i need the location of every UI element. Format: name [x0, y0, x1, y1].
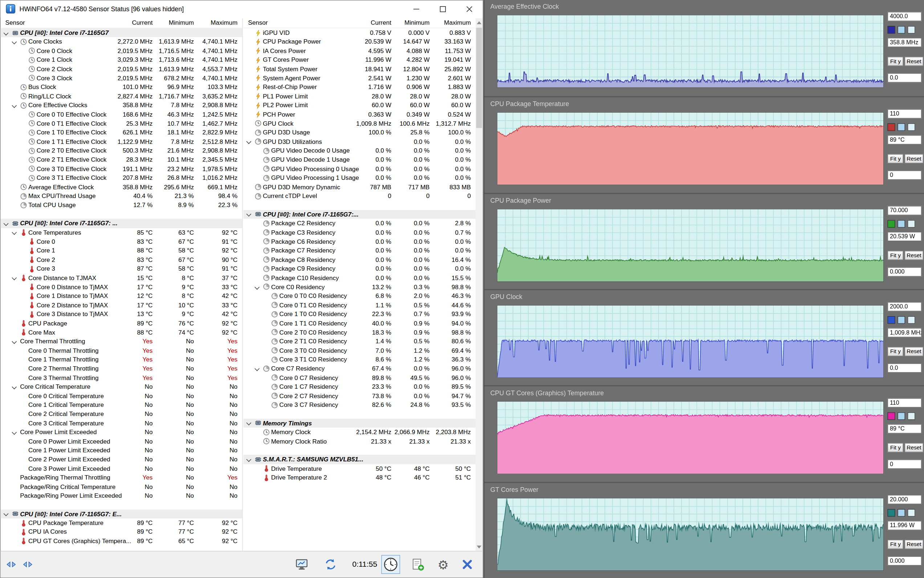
- title-bar[interactable]: HWiNFO64 v7.12-4580 Sensor Status [96 va…: [1, 1, 483, 18]
- fit-y-button[interactable]: Fit y: [887, 251, 903, 260]
- sensor-row[interactable]: GPU Video Processing 0 Usage0.0 %0.0 %0.…: [243, 165, 477, 174]
- sensor-group-row[interactable]: CPU [#0]: Intel Core i7-1165G7: ...: [1, 219, 242, 228]
- expand-chevron-icon[interactable]: [11, 103, 17, 108]
- sensor-row[interactable]: Core 3 Critical TemperatureNoNoNo: [1, 419, 242, 428]
- sensor-row[interactable]: Core 2 Thermal ThrottlingYesNoYes: [1, 364, 242, 373]
- expand-chevron-icon[interactable]: [11, 39, 17, 45]
- page-arrows-left-right-button-1[interactable]: [4, 557, 19, 572]
- series-color-swatch[interactable]: [887, 26, 895, 33]
- sensor-row[interactable]: GPU Clock1,009.8 MHz100.6 MHz1,312.7 MHz: [243, 119, 477, 128]
- series-color-swatch[interactable]: [887, 509, 895, 516]
- scrollbar-up-arrow-icon[interactable]: [477, 21, 481, 24]
- sensor-row[interactable]: GPU Video Processing 1 Usage0.0 %0.0 %0.…: [243, 174, 477, 183]
- graph-current-value-input[interactable]: 20.539 W: [887, 232, 921, 241]
- graph-scale-max-input[interactable]: 110: [887, 398, 921, 408]
- sensor-row[interactable]: Core 3 T0 Effective Clock191.1 MHz23.2 M…: [1, 165, 242, 174]
- sensor-group-row[interactable]: CPU [#0]: Intel Core i7-1165G7:...: [243, 210, 477, 219]
- sensor-row[interactable]: Package C3 Residency0.0 %0.0 %0.7 %: [243, 228, 477, 237]
- graph-current-value-input[interactable]: 1,009.8 MHz: [887, 328, 921, 338]
- background-color-swatch[interactable]: [898, 123, 905, 131]
- graph-scale-min-input[interactable]: 0.0: [887, 73, 921, 83]
- sensor-row[interactable]: Core 3 Thermal ThrottlingYesNoYes: [1, 373, 242, 382]
- sensor-row[interactable]: GT Cores Power11.996 W4.282 W19.041 W: [243, 55, 477, 65]
- graph-scale-min-input[interactable]: 0.000: [887, 267, 921, 276]
- close-button[interactable]: [456, 1, 482, 18]
- sensor-row[interactable]: Package/Ring Critical TemperatureNoNoNo: [1, 482, 242, 491]
- reset-button[interactable]: Reset: [905, 443, 923, 452]
- sensor-row[interactable]: Core 0 T0 Effective Clock168.6 MHz46.3 M…: [1, 110, 242, 119]
- scrollbar-thumb[interactable]: [476, 28, 482, 128]
- graph-current-value-input[interactable]: 89 °C: [887, 135, 921, 144]
- sensor-group-row[interactable]: Memory Timings: [243, 419, 477, 428]
- sensor-row[interactable]: CPU Package89 °C76 °C92 °C: [1, 319, 242, 328]
- expand-chevron-icon[interactable]: [246, 421, 252, 426]
- series-color-swatch[interactable]: [887, 220, 895, 228]
- sensor-row[interactable]: GPU Video Decode 0 Usage0.0 %0.0 %0.0 %: [243, 146, 477, 156]
- expand-chevron-icon[interactable]: [11, 339, 17, 344]
- sensor-row[interactable]: Core C0 Residency13.2 %0.3 %98.8 %: [243, 283, 477, 292]
- report-add-button[interactable]: [408, 555, 427, 574]
- sensor-row[interactable]: Core 3 Power Limit ExceededNoNoNo: [1, 464, 242, 473]
- fit-y-button[interactable]: Fit y: [887, 540, 903, 549]
- sensor-row[interactable]: Core 0 Clock2,019.5 MHz1,716.5 MHz4,740.…: [1, 47, 242, 55]
- sensor-row[interactable]: GPU Video Decode 1 Usage0.0 %0.0 %0.0 %: [243, 156, 477, 165]
- sensor-row[interactable]: Rest-of-Chip Power1.716 W0.906 W1.883 W: [243, 83, 477, 92]
- fit-y-button[interactable]: Fit y: [887, 154, 903, 164]
- grid-color-swatch[interactable]: [908, 316, 915, 324]
- sensor-row[interactable]: Core 387 °C58 °C91 °C: [1, 265, 242, 274]
- sensor-row[interactable]: Core Distance to TJMAX15 °C8 °C37 °C: [1, 274, 242, 283]
- sensor-row[interactable]: System Agent Power2.541 W1.230 W2.601 W: [243, 74, 477, 83]
- sensor-row[interactable]: Core 3 C7 Residency82.6 %24.8 %93.5 %: [243, 400, 477, 409]
- sensor-row[interactable]: Core 0 Distance to TjMAX17 °C9 °C33 °C: [1, 283, 242, 292]
- grid-color-swatch[interactable]: [908, 509, 915, 516]
- sensor-group-row[interactable]: CPU [#0]: Intel Core i7-1165G7: [1, 28, 242, 37]
- sensor-row[interactable]: Core 0 T0 C0 Residency6.8 %2.0 %46.3 %: [243, 292, 477, 301]
- reset-button[interactable]: Reset: [905, 57, 923, 66]
- sensor-row[interactable]: Drive Temperature 248 °C46 °C51 °C: [243, 473, 477, 482]
- sensor-row[interactable]: Core Effective Clocks358.8 MHz7.8 MHz2,9…: [1, 101, 242, 110]
- background-color-swatch[interactable]: [898, 509, 905, 516]
- expand-chevron-icon[interactable]: [254, 284, 260, 290]
- sensor-row[interactable]: iGPU VID0.758 V0.000 V0.883 V: [243, 28, 477, 37]
- sensor-row[interactable]: Core 1 Critical TemperatureNoNoNo: [1, 400, 242, 409]
- background-color-swatch[interactable]: [898, 26, 905, 33]
- sensor-row[interactable]: Core 2 Clock2,019.5 MHz1,613.9 MHz4,553.…: [1, 65, 242, 74]
- sensor-row[interactable]: Drive Temperature50 °C48 °C50 °C: [243, 464, 477, 473]
- sensor-row[interactable]: Core 2 T0 Effective Clock500.3 MHz21.6 M…: [1, 146, 242, 156]
- sensor-row[interactable]: Core 188 °C58 °C92 °C: [1, 246, 242, 255]
- page-arrows-left-right-button-2[interactable]: [20, 557, 35, 572]
- sensor-row[interactable]: Core Thermal ThrottlingYesNoYes: [1, 337, 242, 346]
- graph-scale-max-input[interactable]: 110: [887, 109, 921, 119]
- sensor-row[interactable]: Core 3 T0 C0 Residency7.0 %1.2 %69.4 %: [243, 346, 477, 355]
- sensor-row[interactable]: Package C2 Residency0.0 %0.0 %2.8 %: [243, 219, 477, 228]
- vertical-scrollbar[interactable]: [476, 18, 482, 552]
- series-color-swatch[interactable]: [887, 123, 895, 131]
- reset-button[interactable]: Reset: [905, 251, 923, 260]
- expand-chevron-icon[interactable]: [246, 457, 252, 463]
- sensor-row[interactable]: Core Power Limit ExceededNoNoNo: [1, 428, 242, 437]
- sensor-row[interactable]: Bus Clock101.0 MHz96.9 MHz103.3 MHz: [1, 83, 242, 92]
- graph-scale-max-input[interactable]: 70.000: [887, 206, 921, 216]
- sensor-row[interactable]: Memory Clock Ratio21.33 x21.33 x21.33 x: [243, 437, 477, 446]
- sensor-row[interactable]: CPU Package Power20.539 W14.647 W33.163 …: [243, 37, 477, 47]
- sensor-row[interactable]: Package C8 Residency0.0 %0.0 %16.4 %: [243, 255, 477, 265]
- expand-chevron-icon[interactable]: [11, 275, 17, 281]
- sensor-row[interactable]: Core 3 Clock2,019.5 MHz678.2 MHz4,740.1 …: [1, 74, 242, 83]
- fit-y-button[interactable]: Fit y: [887, 57, 903, 66]
- graph-scale-max-input[interactable]: 2000.0: [887, 302, 921, 311]
- sensor-row[interactable]: Package C10 Residency0.0 %0.0 %15.5 %: [243, 274, 477, 283]
- series-color-swatch[interactable]: [887, 412, 895, 420]
- sensor-row[interactable]: PCH Power0.363 W0.349 W0.524 W: [243, 110, 477, 119]
- sensor-row[interactable]: Core 0 C7 Residency89.8 %49.5 %96.0 %: [243, 373, 477, 382]
- expand-chevron-icon[interactable]: [3, 30, 9, 36]
- fit-y-button[interactable]: Fit y: [887, 443, 903, 452]
- sensor-row[interactable]: Core 1 Distance to TjMAX12 °C8 °C42 °C: [1, 292, 242, 301]
- graph-scale-min-input[interactable]: 0.0: [887, 363, 921, 373]
- sensor-row[interactable]: Package/Ring Power Limit ExceededNoNoNo: [1, 491, 242, 500]
- sensor-row[interactable]: PL1 Power Limit28.0 W28.0 W28.0 W: [243, 92, 477, 101]
- grid-color-swatch[interactable]: [908, 26, 915, 33]
- graph-scale-max-input[interactable]: 4000.0: [887, 11, 921, 21]
- scrollbar-down-arrow-icon[interactable]: [477, 546, 481, 549]
- expand-chevron-icon[interactable]: [246, 212, 252, 217]
- sensor-row[interactable]: Package C6 Residency0.0 %0.0 %0.0 %: [243, 237, 477, 246]
